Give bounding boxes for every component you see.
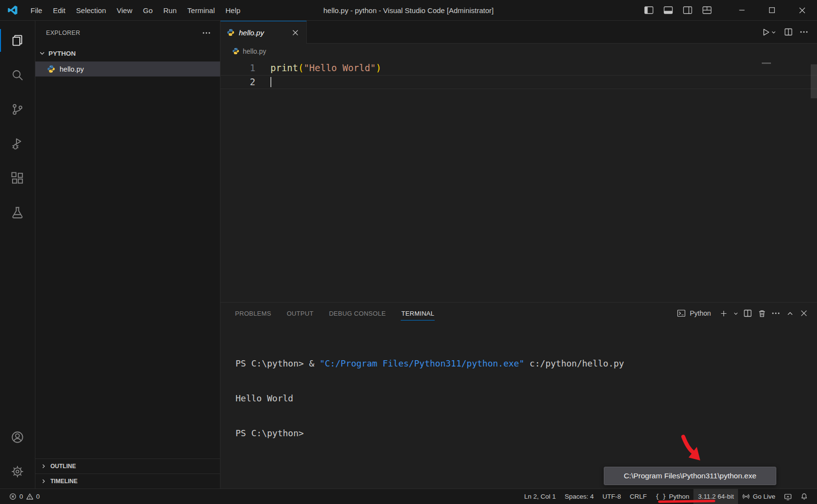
activity-search[interactable] <box>0 58 35 92</box>
terminal-launch-dropdown-button[interactable] <box>731 307 740 320</box>
code-content-1[interactable]: print("Hello World") <box>255 61 381 75</box>
folder-python-label: PYTHON <box>48 50 76 57</box>
kill-terminal-button[interactable] <box>755 307 768 320</box>
warning-icon <box>26 493 33 500</box>
menu-edit[interactable]: Edit <box>47 0 71 20</box>
plus-icon <box>720 310 727 317</box>
panel-tab-bar: PROBLEMS OUTPUT DEBUG CONSOLE TERMINAL P… <box>220 303 817 324</box>
folder-python-header[interactable]: PYTHON <box>35 45 220 61</box>
activity-settings[interactable] <box>0 454 35 489</box>
menu-run[interactable]: Run <box>158 0 182 20</box>
file-item-hello-py[interactable]: hello.py <box>35 61 220 76</box>
cursor-position-status[interactable]: Ln 2, Col 1 <box>520 489 560 504</box>
panel-tab-output[interactable]: OUTPUT <box>279 303 321 324</box>
terminal-text: PS C:\python> <box>236 428 304 438</box>
terminal-text: c:/python/hello.py <box>524 358 624 368</box>
editor-caret <box>270 77 271 87</box>
explorer-more-actions-button[interactable] <box>201 27 212 39</box>
bottom-panel: PROBLEMS OUTPUT DEBUG CONSOLE TERMINAL P… <box>220 302 817 489</box>
section-outline[interactable]: OUTLINE <box>35 458 220 473</box>
activity-testing[interactable] <box>0 195 35 229</box>
menu-file[interactable]: File <box>25 0 47 20</box>
toggle-primary-sidebar-button[interactable] <box>642 3 656 17</box>
customize-layout-button[interactable] <box>700 3 714 17</box>
remote-window-button[interactable] <box>780 489 796 504</box>
go-live-label: Go Live <box>753 493 775 500</box>
breadcrumb-item-hello-py[interactable]: hello.py <box>232 47 266 55</box>
ellipsis-icon <box>203 32 210 34</box>
menu-bar: File Edit Selection View Go Run Terminal… <box>25 0 246 20</box>
activity-accounts[interactable] <box>0 420 35 454</box>
minimap <box>762 62 771 64</box>
new-terminal-button[interactable] <box>717 307 730 320</box>
vscode-logo-icon <box>7 4 18 16</box>
panel-tab-terminal[interactable]: TERMINAL <box>393 303 442 324</box>
run-python-file-button[interactable] <box>758 26 779 38</box>
code-content-2[interactable] <box>255 75 271 89</box>
menu-terminal[interactable]: Terminal <box>182 0 220 20</box>
code-editor[interactable]: 1 print("Hello World") 2 <box>220 59 817 302</box>
terminal-text: Hello World <box>236 393 293 403</box>
maximize-button[interactable] <box>757 0 787 21</box>
maximize-panel-button[interactable] <box>784 307 796 320</box>
menu-selection[interactable]: Selection <box>71 0 111 20</box>
terminal-output[interactable]: PS C:\python> & "C:/Program Files/Python… <box>220 324 817 489</box>
split-terminal-icon <box>743 309 752 318</box>
outline-label: OUTLINE <box>50 463 76 470</box>
annotation-arrow-icon <box>677 434 712 466</box>
toggle-panel-button[interactable] <box>661 3 676 17</box>
eol-status[interactable]: CRLF <box>625 489 651 504</box>
ellipsis-icon <box>800 31 808 33</box>
close-panel-button[interactable] <box>798 307 810 320</box>
bell-icon <box>801 493 808 500</box>
terminal-line-3: PS C:\python> <box>236 428 817 439</box>
split-editor-button[interactable] <box>782 26 795 38</box>
terminal-shell-selector[interactable]: Python <box>672 309 716 318</box>
split-terminal-button[interactable] <box>741 307 754 320</box>
source-control-icon <box>10 102 25 117</box>
error-icon <box>9 493 16 500</box>
activity-explorer[interactable] <box>0 23 35 58</box>
window-title: hello.py - python - Visual Studio Code [… <box>323 0 494 20</box>
section-timeline[interactable]: TIMELINE <box>35 473 220 489</box>
language-label: Python <box>669 493 689 500</box>
activity-run-debug[interactable] <box>0 126 35 161</box>
line-number-2: 2 <box>220 75 255 89</box>
problems-status[interactable]: 0 0 <box>5 489 44 504</box>
sidebar-right-icon <box>682 5 693 15</box>
menu-view[interactable]: View <box>111 0 138 20</box>
panel-tab-problems[interactable]: PROBLEMS <box>227 303 279 324</box>
minimize-button[interactable] <box>727 0 757 21</box>
terminal-shell-label: Python <box>690 309 711 317</box>
terminal-line-2: Hello World <box>236 393 817 404</box>
editor-group: hello.py <box>220 21 817 489</box>
explorer-header: EXPLORER <box>35 21 220 45</box>
sidebar-left-icon <box>644 5 654 15</box>
editor-scrollbar[interactable] <box>811 64 817 98</box>
activity-source-control[interactable] <box>0 92 35 126</box>
timeline-label: TIMELINE <box>50 478 78 485</box>
broadcast-icon <box>742 493 750 500</box>
editor-more-actions-button[interactable] <box>798 26 810 38</box>
panel-bottom-icon <box>663 5 674 15</box>
go-live-status[interactable]: Go Live <box>738 489 780 504</box>
tab-hello-py[interactable]: hello.py <box>220 21 307 44</box>
menu-go[interactable]: Go <box>138 0 158 20</box>
menu-help[interactable]: Help <box>220 0 246 20</box>
workbench: EXPLORER PYTHON hello.py <box>0 21 817 489</box>
line-number-1: 1 <box>220 61 255 75</box>
close-window-button[interactable] <box>787 0 817 21</box>
braces-icon: { } <box>656 493 666 500</box>
breadcrumb: hello.py <box>220 44 817 59</box>
panel-tab-debug-console[interactable]: DEBUG CONSOLE <box>321 303 393 324</box>
chevron-right-icon <box>40 478 47 485</box>
token-paren-close: ) <box>376 62 381 73</box>
panel-more-actions-button[interactable] <box>770 307 782 320</box>
layout-controls <box>642 3 714 17</box>
tab-close-button[interactable] <box>289 26 301 39</box>
notifications-button[interactable] <box>796 489 812 504</box>
encoding-status[interactable]: UTF-8 <box>598 489 625 504</box>
indentation-status[interactable]: Spaces: 4 <box>560 489 598 504</box>
toggle-secondary-sidebar-button[interactable] <box>680 3 695 17</box>
activity-extensions[interactable] <box>0 161 35 195</box>
